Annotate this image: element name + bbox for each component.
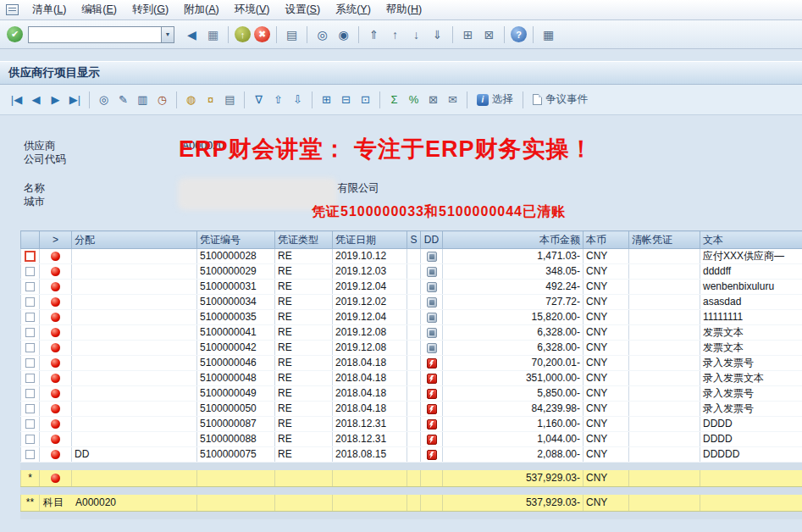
row-checkbox[interactable]: [25, 297, 35, 307]
cell-arrow: [40, 341, 72, 356]
column-header-s[interactable]: S: [407, 231, 421, 249]
column-header-currency[interactable]: 本币: [584, 231, 629, 249]
table-row[interactable]: 5100000049RE2018.04.185,850.00-CNY录入发票号: [21, 386, 802, 402]
column-header-text[interactable]: 文本: [700, 231, 802, 249]
row-checkbox[interactable]: [25, 450, 35, 459]
document-icon[interactable]: ▤: [221, 91, 239, 108]
first-page-icon[interactable]: ⇑: [364, 25, 384, 44]
table-row[interactable]: 5100000050RE2018.04.1884,239.98-CNY录入发票号: [21, 402, 802, 417]
subtotal-icon[interactable]: %: [405, 91, 423, 108]
row-checkbox[interactable]: [25, 435, 35, 444]
row-checkbox[interactable]: [25, 343, 35, 352]
row-checkbox[interactable]: [25, 252, 35, 261]
find-next-icon[interactable]: ◉: [334, 25, 353, 44]
toolbar-separator: [312, 91, 313, 108]
enter-icon[interactable]: ✔: [7, 26, 23, 42]
last-page-icon[interactable]: ⇓: [428, 25, 447, 44]
table-row[interactable]: 5100000041RE2019.12.086,328.00-CNY发票文本: [21, 325, 802, 341]
save-icon[interactable]: ▦: [203, 25, 223, 44]
row-checkbox[interactable]: [25, 419, 35, 429]
selection-button[interactable]: i选择: [472, 91, 518, 108]
table-row[interactable]: DD5100000075RE2018.08.152,088.00-CNYDDDD…: [21, 447, 802, 463]
sum-icon[interactable]: Σ: [385, 91, 403, 108]
row-checkbox[interactable]: [25, 404, 35, 413]
column-header-dd[interactable]: DD: [421, 231, 443, 249]
column-header-amount[interactable]: 本币金额: [443, 231, 584, 249]
table-row[interactable]: 5100000031RE2019.12.04492.24-CNYwenbenbi…: [21, 280, 802, 295]
column-header-assignment[interactable]: 分配: [72, 231, 197, 249]
net-due-date-symbol-icon: [427, 297, 437, 308]
previous-item-icon[interactable]: ◀: [27, 91, 45, 108]
change-document-icon[interactable]: ✎: [114, 91, 132, 108]
dispute-case-button[interactable]: 争议事件: [528, 91, 593, 108]
row-checkbox[interactable]: [25, 313, 35, 322]
payment-icon[interactable]: ◍: [182, 91, 200, 108]
table-row[interactable]: 5100000087RE2018.12.311,160.00-CNYDDDD: [21, 417, 802, 432]
cell-currency: CNY: [584, 264, 629, 280]
print-icon[interactable]: ▤: [282, 25, 301, 44]
column-header-sel[interactable]: [21, 231, 40, 249]
column-header-arrow[interactable]: >: [40, 231, 72, 249]
last-item-icon[interactable]: ▶|: [66, 91, 84, 108]
menu-item[interactable]: 清单(L): [25, 0, 74, 19]
customize-layout-icon[interactable]: ▦: [539, 25, 558, 44]
row-checkbox[interactable]: [25, 358, 35, 368]
column-header-clearing[interactable]: 清帐凭证: [629, 231, 700, 249]
menu-item[interactable]: 附加(A): [176, 0, 227, 19]
table-row[interactable]: 5100000035RE2019.12.0415,820.00-CNY11111…: [21, 310, 802, 325]
table-row[interactable]: 5100000046RE2018.04.1870,200.01-CNY录入发票号: [21, 356, 802, 371]
row-checkbox[interactable]: [25, 282, 35, 291]
export-icon[interactable]: ⊠: [424, 91, 442, 108]
mass-change-icon[interactable]: ▥: [134, 91, 152, 108]
row-checkbox[interactable]: [25, 267, 35, 276]
table-row[interactable]: 5100000048RE2018.04.18351,000.00-CNY录入发票…: [21, 371, 802, 386]
table-row[interactable]: 5100000028RE2019.10.121,471.03-CNY应付XXX供…: [21, 249, 802, 264]
find-icon[interactable]: ◎: [313, 25, 332, 44]
cell-sel: [21, 325, 40, 341]
menu-item[interactable]: 帮助(H): [379, 0, 429, 19]
dunning-icon[interactable]: ◷: [153, 91, 171, 108]
sort-ascending-icon[interactable]: ⇧: [269, 91, 287, 108]
next-item-icon[interactable]: ▶: [47, 91, 64, 108]
table-row[interactable]: 5100000088RE2018.12.311,044.00-CNYDDDD: [21, 432, 802, 447]
back-icon[interactable]: ◀: [182, 25, 202, 44]
total-view-icon[interactable]: ⊟: [337, 91, 355, 108]
menu-item[interactable]: 环境(V): [227, 0, 278, 19]
choose-detail-icon[interactable]: ◎: [95, 91, 113, 108]
cell-arrow: [40, 325, 72, 341]
cancel-icon[interactable]: ✖: [254, 26, 270, 42]
currency-icon[interactable]: ¤: [202, 91, 219, 108]
mail-icon[interactable]: ✉: [444, 91, 462, 108]
new-session-icon[interactable]: ⊞: [458, 25, 478, 44]
first-item-icon[interactable]: |◀: [8, 91, 25, 108]
row-checkbox[interactable]: [25, 328, 35, 337]
table-row[interactable]: 5100000029RE2019.12.03348.05-CNYddddff: [21, 264, 802, 280]
next-page-icon[interactable]: ↓: [407, 25, 426, 44]
column-header-doc_type[interactable]: 凭证类型: [275, 231, 333, 249]
cell-clearing: [629, 249, 700, 264]
column-header-doc_no[interactable]: 凭证编号: [197, 231, 275, 249]
cell-text: 录入发票号: [700, 356, 802, 371]
create-shortcut-icon[interactable]: ⊠: [479, 25, 499, 44]
column-header-doc_date[interactable]: 凭证日期: [333, 231, 407, 249]
cell-arrow: [40, 386, 72, 402]
help-icon[interactable]: ?: [511, 26, 527, 42]
previous-page-icon[interactable]: ↑: [385, 25, 405, 44]
exit-icon[interactable]: ↑: [235, 26, 251, 42]
command-field-dropdown-icon[interactable]: ▼: [162, 26, 174, 43]
table-row[interactable]: 5100000034RE2019.12.02727.72-CNYasasdad: [21, 295, 802, 310]
table-row[interactable]: 5100000042RE2019.12.086,328.00-CNY发票文本: [21, 341, 802, 356]
menu-item[interactable]: 编辑(E): [74, 0, 124, 19]
row-checkbox[interactable]: [25, 374, 35, 383]
sort-descending-icon[interactable]: ⇩: [289, 91, 307, 108]
menu-item[interactable]: 系统(Y): [328, 0, 379, 19]
grid-view-icon[interactable]: ⊞: [318, 91, 335, 108]
command-field[interactable]: [28, 26, 162, 43]
menu-item[interactable]: 转到(G): [124, 0, 176, 19]
detail-view-icon[interactable]: ⊡: [357, 91, 374, 108]
dispute-case-button-label: 争议事件: [545, 92, 588, 107]
page-title: 供应商行项目显示: [8, 65, 100, 80]
filter-icon[interactable]: ∇: [250, 91, 268, 108]
row-checkbox[interactable]: [25, 389, 35, 398]
menu-item[interactable]: 设置(S): [277, 0, 328, 19]
